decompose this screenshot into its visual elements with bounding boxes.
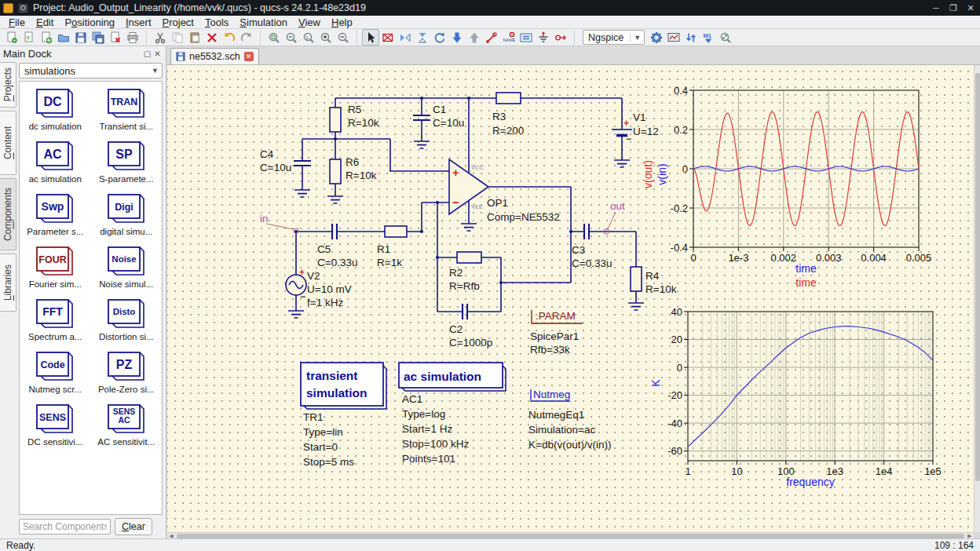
svg-text:0: 0 <box>682 163 688 175</box>
paste-button[interactable] <box>186 29 203 46</box>
insert-port-button[interactable] <box>552 29 569 46</box>
dock-float-icon[interactable]: ▢ <box>142 49 152 59</box>
sidebar-tab-libraries[interactable]: Libraries <box>0 254 16 312</box>
save-all-button[interactable] <box>90 29 107 46</box>
simulations-dropdown[interactable]: simulations ▼ <box>19 63 163 78</box>
palette-item-transient-si-[interactable]: TRANTransient si... <box>91 86 163 131</box>
palette-item-parameter-s-[interactable]: SwpParameter s... <box>20 192 91 236</box>
sidebar-tab-content[interactable]: Content <box>0 111 16 175</box>
titlebar: O Project: Audio_Output_Linearity (/home… <box>0 0 980 16</box>
svg-text:ac simulation: ac simulation <box>404 370 481 383</box>
palette-item-ac-sensitivit-[interactable]: SENSACAC sensitivit... <box>91 402 163 447</box>
palette-item-spectrum-a-[interactable]: FFTSpectrum a... <box>20 297 91 341</box>
menu-tools[interactable]: Tools <box>199 16 234 28</box>
insert-wire-button[interactable] <box>483 29 500 46</box>
new-schematic-button[interactable] <box>3 29 20 46</box>
insert-equation-button[interactable] <box>517 29 535 46</box>
svg-text:Nutmeg: Nutmeg <box>533 389 570 400</box>
save-button[interactable] <box>72 29 90 46</box>
svg-text:-0.4: -0.4 <box>671 242 688 254</box>
svg-text:C=0.33u: C=0.33u <box>317 257 357 268</box>
tab-close-icon[interactable]: ✕ <box>244 52 254 61</box>
svg-text:V2: V2 <box>307 270 320 282</box>
menu-view[interactable]: View <box>293 16 326 28</box>
search-components-input[interactable] <box>19 519 111 535</box>
palette-item-fourier-sim-[interactable]: FOURFourier sim... <box>20 244 91 289</box>
rotate-button[interactable] <box>431 29 448 46</box>
svg-text:R=Rfb: R=Rfb <box>449 280 480 292</box>
schematic-canvas[interactable]: transientsimulationac simulationR5R=10kC… <box>167 65 974 532</box>
simulator-select[interactable]: Ngspice▼ <box>583 30 645 45</box>
svg-text:Stop=5 ms: Stop=5 ms <box>303 456 354 468</box>
palette-item-s-paramete-[interactable]: SPS-paramete... <box>91 139 163 184</box>
menu-project[interactable]: Project <box>157 16 199 28</box>
zoom-reset-button[interactable]: 1 <box>300 29 317 46</box>
redo-button[interactable] <box>238 29 255 46</box>
sidebar-tab-projects[interactable]: Projects <box>0 62 16 108</box>
svg-text:10: 10 <box>731 465 742 477</box>
svg-text:TRAN: TRAN <box>110 97 137 108</box>
insert-marker-button[interactable]: M1 <box>700 29 717 46</box>
pop-up-button[interactable] <box>466 29 483 46</box>
insert-label-button[interactable]: NAME <box>500 29 517 46</box>
zoom-in-icon <box>320 31 332 44</box>
vertical-scrollbar-thumb[interactable] <box>975 73 980 481</box>
simulate-button[interactable] <box>648 29 665 46</box>
vertical-scrollbar[interactable] <box>974 65 980 532</box>
menu-help[interactable]: Help <box>326 16 358 28</box>
zoom-probe-button[interactable] <box>717 29 734 46</box>
keycap-icon: Digi <box>105 192 148 226</box>
palette-item-pole-zero-si-[interactable]: PZPole-Zero si... <box>91 349 163 394</box>
toggle-schematic-button[interactable] <box>682 29 700 46</box>
mirror-y-button[interactable] <box>414 29 431 46</box>
new-text-button[interactable]: a <box>20 29 38 46</box>
minimize-icon[interactable]: ─ <box>930 2 942 13</box>
open-file-button[interactable] <box>55 29 72 46</box>
horizontal-scrollbar[interactable]: ◀ ▶ <box>167 532 974 538</box>
view-data-button[interactable] <box>665 29 682 46</box>
toggle-schematic-icon <box>685 31 697 44</box>
palette-item-digital-simu-[interactable]: Digidigital simu... <box>91 192 163 236</box>
delete-button[interactable] <box>203 29 221 46</box>
time-domain-plot[interactable]: 0.40.20-0.2-0.401e-30.0020.0030.0040.005… <box>642 82 934 294</box>
select-button[interactable] <box>362 29 379 46</box>
menu-edit[interactable]: Edit <box>31 16 59 28</box>
cut-button[interactable] <box>152 29 169 46</box>
svg-text:v(in): v(in) <box>656 163 668 184</box>
push-down-button[interactable] <box>448 29 466 46</box>
copy-button[interactable] <box>169 29 186 46</box>
svg-text:R=10k: R=10k <box>348 117 379 129</box>
zoom-selection-button[interactable] <box>283 29 300 46</box>
new-library-button[interactable] <box>38 29 55 46</box>
menu-file[interactable]: File <box>3 16 31 28</box>
zoom-out-button[interactable] <box>335 29 352 46</box>
close-file-button[interactable] <box>107 29 124 46</box>
mirror-x-button[interactable] <box>397 29 414 46</box>
svg-text:R5: R5 <box>348 104 361 115</box>
maximize-icon[interactable]: ❐ <box>947 2 960 13</box>
palette-item-ac-simulation[interactable]: ACac simulation <box>20 139 91 184</box>
deactivate-button[interactable] <box>379 29 397 46</box>
undo-button[interactable] <box>221 29 238 46</box>
close-icon[interactable]: ✕ <box>964 2 977 13</box>
palette-item-dc-simulation[interactable]: DCdc simulation <box>20 86 91 131</box>
frequency-response-plot[interactable]: 40200-20-40-601101001e31e41e5frequencyK <box>652 305 971 494</box>
svg-text:NutmegEq1: NutmegEq1 <box>528 409 584 421</box>
zoom-in-button[interactable] <box>317 29 335 46</box>
palette-item-dc-sensitivi-[interactable]: SENSDC sensitivi... <box>20 402 91 447</box>
clear-search-button[interactable]: Clear <box>115 518 152 535</box>
menu-positioning[interactable]: Positioning <box>59 16 120 28</box>
zoom-fit-button[interactable] <box>265 29 283 46</box>
menu-insert[interactable]: Insert <box>120 16 157 28</box>
palette-item-distortion-si-[interactable]: DistoDistortion si... <box>91 297 163 341</box>
menu-simulation[interactable]: Simulation <box>234 16 293 28</box>
sidebar-tab-components[interactable]: Components <box>0 178 16 250</box>
horizontal-scrollbar-thumb[interactable] <box>177 534 964 538</box>
palette-item-nutmeg-scr-[interactable]: CodeNutmeg scr... <box>20 349 91 394</box>
insert-ground-button[interactable] <box>535 29 552 46</box>
dock-close-icon[interactable]: ✕ <box>152 49 163 59</box>
tab-ne5532-sch[interactable]: ne5532.sch ✕ <box>170 48 259 64</box>
window-title: Project: Audio_Output_Linearity (/home/v… <box>33 2 366 13</box>
palette-item-noise-simul-[interactable]: NoiseNoise simul... <box>91 244 163 289</box>
print-button[interactable] <box>124 29 141 46</box>
